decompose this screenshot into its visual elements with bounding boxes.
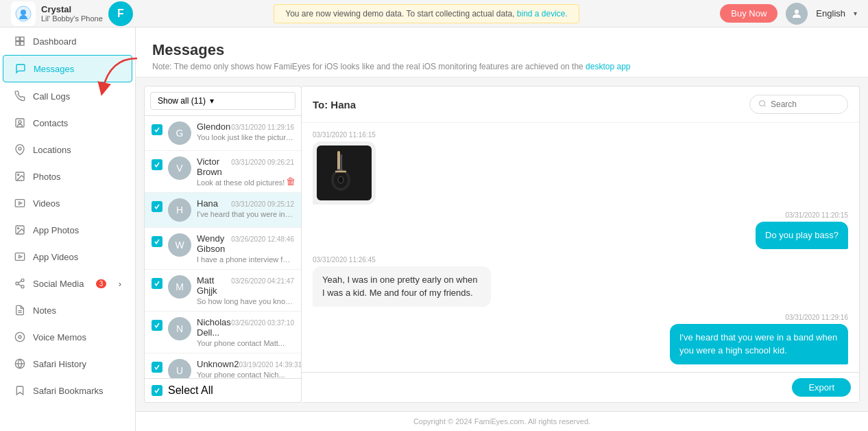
- sidebar-item-app-videos[interactable]: App Videos: [3, 244, 132, 270]
- sidebar-item-contacts[interactable]: Contacts: [3, 110, 132, 136]
- list-item[interactable]: G Glendon 03/31/2020 11:29:16 You look j…: [145, 116, 301, 151]
- messages-content: Show all (11) ▾ G Glendon: [136, 78, 868, 411]
- list-item[interactable]: V Victor Brown 03/31/2020 09:26:21 Look …: [145, 151, 301, 193]
- notice-text: You are now viewing demo data. To start …: [285, 9, 514, 19]
- delete-icon-1[interactable]: 🗑: [286, 176, 296, 187]
- sidebar-item-safari-history[interactable]: Safari History: [3, 351, 132, 377]
- notice-bar: You are now viewing demo data. To start …: [274, 4, 579, 23]
- bubble-timestamp-0: 03/31/2020 11:16:15: [313, 131, 376, 139]
- sidebar-item-voice-memos[interactable]: Voice Memos: [3, 324, 132, 350]
- message-checkbox-6[interactable]: [152, 362, 162, 373]
- sidebar-label-locations: Locations: [33, 145, 71, 155]
- sidebar-item-videos[interactable]: Videos: [3, 190, 132, 216]
- sidebar-item-dashboard[interactable]: Dashboard: [3, 28, 132, 54]
- dashboard-icon: [14, 35, 26, 47]
- phone-icon: [14, 90, 26, 102]
- select-all-checkbox[interactable]: [152, 385, 162, 396]
- avatar-4: M: [168, 275, 191, 299]
- sidebar-label-voice-memos: Voice Memos: [33, 332, 86, 342]
- app-videos-icon: [14, 251, 26, 263]
- conversation-bubble-0: 03/31/2020 11:16:15: [313, 131, 848, 205]
- search-input[interactable]: [771, 100, 839, 109]
- svg-point-25: [15, 332, 24, 341]
- sidebar-label-contacts: Contacts: [33, 118, 68, 128]
- desktop-app-link[interactable]: desktop app: [586, 62, 630, 71]
- sidebar-item-social-media[interactable]: Social Media 3 ›: [3, 270, 132, 296]
- message-time-0: 03/31/2020 11:29:16: [231, 124, 294, 131]
- filter-chevron-icon: ▾: [210, 96, 214, 106]
- bubble-content-2: Yeah, I was in one pretty early on when …: [313, 266, 491, 307]
- svg-rect-6: [21, 42, 24, 45]
- avatar-3: W: [168, 233, 191, 257]
- famieyes-logo: F: [108, 1, 133, 26]
- message-checkbox-5[interactable]: [152, 320, 162, 331]
- sidebar-item-notes[interactable]: Notes: [3, 297, 132, 323]
- social-media-arrow-icon: ›: [119, 279, 121, 289]
- sidebar-item-messages[interactable]: Messages: [3, 55, 132, 82]
- filter-dropdown[interactable]: Show all (11) ▾: [150, 92, 296, 110]
- message-info-1: Victor Brown 03/31/2020 09:26:21 Look at…: [197, 156, 294, 187]
- content-area: Messages Note: The demo only shows how F…: [136, 27, 868, 431]
- sidebar-label-safari-history: Safari History: [33, 359, 86, 369]
- sidebar-label-call-logs: Call Logs: [33, 91, 70, 102]
- sender-name-5: Nicholas Dell...: [197, 317, 231, 338]
- list-item[interactable]: M Matt Ghjjk 03/26/2020 04:21:47 So how …: [145, 270, 301, 312]
- sidebar-item-call-logs[interactable]: Call Logs: [3, 83, 132, 109]
- sidebar-item-locations[interactable]: Locations: [3, 137, 132, 163]
- svg-rect-12: [15, 200, 24, 207]
- buy-now-button[interactable]: Buy Now: [720, 4, 777, 23]
- sender-name-3: Wendy Gibson: [197, 233, 231, 254]
- top-bar-right: Buy Now English ▾: [720, 3, 857, 25]
- sidebar-label-videos: Videos: [33, 198, 60, 209]
- list-item[interactable]: N Nicholas Dell... 03/26/2020 03:37:10 Y…: [145, 312, 301, 353]
- messages-header: Messages Note: The demo only shows how F…: [136, 27, 868, 78]
- message-preview-3: I have a phone interview for a job in an…: [197, 255, 294, 264]
- list-item[interactable]: W Wendy Gibson 03/26/2020 12:48:46 I hav…: [145, 228, 301, 270]
- svg-point-29: [760, 101, 765, 106]
- app-name-block: Crystal Lil' Bobby's Phone: [41, 4, 103, 23]
- list-item[interactable]: U Unknown2 03/19/2020 14:39:31 Your phon…: [145, 353, 301, 378]
- search-icon: [758, 98, 767, 110]
- message-checkbox-2[interactable]: [152, 201, 162, 212]
- user-avatar[interactable]: [786, 3, 808, 25]
- message-checkbox-3[interactable]: [152, 236, 162, 247]
- sidebar-item-photos[interactable]: Photos: [3, 163, 132, 189]
- message-preview-4: So how long have you known Jimmy...: [197, 297, 294, 305]
- message-checkbox-4[interactable]: [152, 278, 162, 289]
- bind-device-link[interactable]: bind a device.: [517, 9, 568, 19]
- message-time-2: 03/31/2020 09:25:12: [231, 200, 294, 208]
- list-item[interactable]: H Hana 03/31/2020 09:25:12 I've heard th…: [145, 193, 301, 228]
- export-button[interactable]: Export: [792, 378, 851, 397]
- bubble-timestamp-1: 03/31/2020 11:20:15: [785, 211, 848, 219]
- message-checkbox-1[interactable]: [152, 159, 162, 170]
- sidebar-label-app-videos: App Videos: [33, 252, 78, 262]
- message-preview-2: I've heard that you were in a band whe..…: [197, 210, 294, 218]
- svg-point-15: [18, 228, 19, 229]
- note-text: Note: The demo only shows how FamiEyes f…: [152, 62, 583, 71]
- svg-point-1: [21, 10, 26, 15]
- svg-point-11: [18, 174, 19, 176]
- message-time-5: 03/26/2020 03:37:10: [231, 319, 294, 327]
- sidebar-label-app-photos: App Photos: [33, 225, 79, 235]
- sidebar-item-safari-bookmarks[interactable]: Safari Bookmarks: [3, 377, 132, 404]
- conversation-to: To: Hana: [313, 99, 356, 110]
- language-selector[interactable]: English: [816, 8, 845, 19]
- message-time-1: 03/31/2020 09:26:21: [231, 159, 294, 166]
- select-all-label[interactable]: Select All: [168, 384, 213, 397]
- message-checkbox-0[interactable]: [152, 124, 162, 135]
- bubble-content-1: Do you play bass?: [756, 222, 848, 249]
- conversation-header: To: Hana: [302, 86, 859, 123]
- bubble-content-0: [313, 141, 376, 205]
- app-branding: Crystal Lil' Bobby's Phone F: [11, 1, 133, 26]
- svg-line-30: [764, 105, 765, 106]
- search-box[interactable]: [749, 95, 848, 114]
- svg-point-9: [19, 148, 21, 150]
- avatar-0: G: [168, 121, 191, 145]
- sender-name-0: Glendon: [197, 121, 230, 132]
- message-time-4: 03/26/2020 04:21:47: [231, 277, 294, 285]
- photos-icon: [14, 170, 26, 183]
- message-info-2: Hana 03/31/2020 09:25:12 I've heard that…: [197, 198, 294, 218]
- sidebar-item-app-photos[interactable]: App Photos: [3, 217, 132, 243]
- avatar-6: U: [168, 359, 191, 378]
- language-chevron-icon[interactable]: ▾: [854, 10, 857, 17]
